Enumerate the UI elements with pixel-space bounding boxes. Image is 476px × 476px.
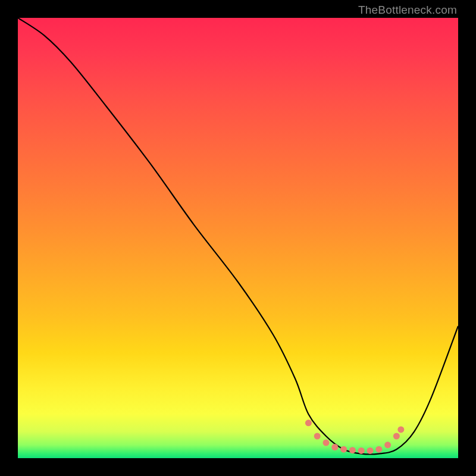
plot-area [18, 18, 458, 458]
watermark-text: TheBottleneck.com [358, 4, 457, 17]
chart-container: TheBottleneck.com [0, 0, 476, 476]
gradient-background [18, 18, 458, 458]
